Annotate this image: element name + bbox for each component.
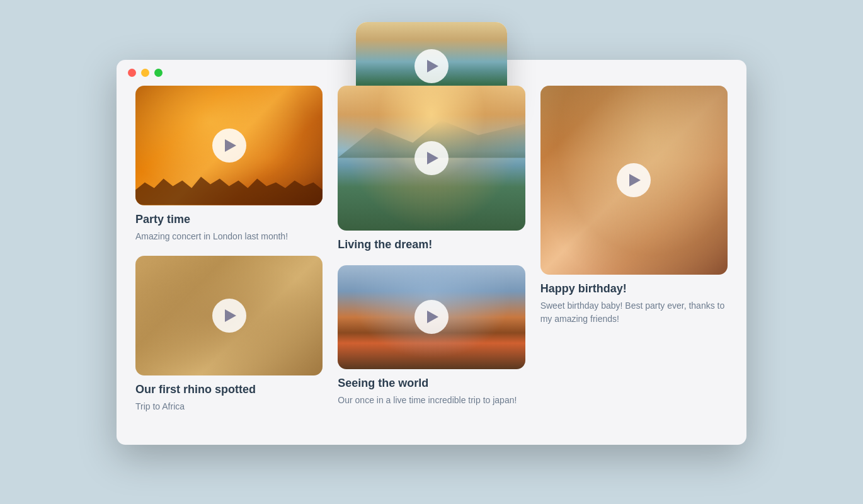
play-button-birthday[interactable] [617,163,651,197]
card-desc-rhino: Trip to Africa [135,400,323,413]
column-left: Party time Amazing concert in London las… [135,86,323,413]
play-icon [427,152,438,164]
play-button-concert[interactable] [212,129,246,163]
card-party-time: Party time Amazing concert in London las… [135,86,323,243]
play-icon [427,60,438,72]
fullscreen-button[interactable] [154,69,163,77]
app-window: Party time Amazing concert in London las… [117,60,746,445]
close-button[interactable] [128,69,136,77]
card-living-dream: Living the dream! [338,86,525,255]
play-icon [225,139,236,152]
play-icon [427,311,438,323]
floating-play-button[interactable] [414,49,449,83]
column-middle: Living the dream! Seeing the world Our o… [338,86,525,413]
video-thumb-birthday[interactable] [540,86,728,275]
video-thumb-mountain[interactable] [338,86,525,231]
video-thumb-concert[interactable] [135,86,323,205]
minimize-button[interactable] [141,69,149,77]
play-button-japan[interactable] [414,300,449,334]
card-desc-world: Our once in a live time incredible trip … [338,394,525,407]
card-title-party: Party time [135,213,323,226]
column-right: Happy birthday! Sweet birthday baby! Bes… [540,86,728,413]
play-button-rhino[interactable] [212,299,246,333]
content-grid: Party time Amazing concert in London las… [117,86,746,426]
card-birthday: Happy birthday! Sweet birthday baby! Bes… [540,86,728,326]
card-title-rhino: Our first rhino spotted [135,383,323,396]
card-rhino: Our first rhino spotted Trip to Africa [135,256,323,413]
card-desc-party: Amazing concert in London last month! [135,230,323,243]
play-icon [629,174,641,186]
play-icon [225,309,236,322]
play-button-mountain[interactable] [414,141,449,175]
card-title-world: Seeing the world [338,377,525,390]
card-desc-birthday: Sweet birthday baby! Best party ever, th… [540,299,728,326]
video-thumb-rhino[interactable] [135,256,323,375]
video-thumb-japan[interactable] [338,265,525,369]
card-seeing-world: Seeing the world Our once in a live time… [338,265,525,407]
card-title-birthday: Happy birthday! [540,282,728,295]
card-title-dream: Living the dream! [338,238,525,251]
